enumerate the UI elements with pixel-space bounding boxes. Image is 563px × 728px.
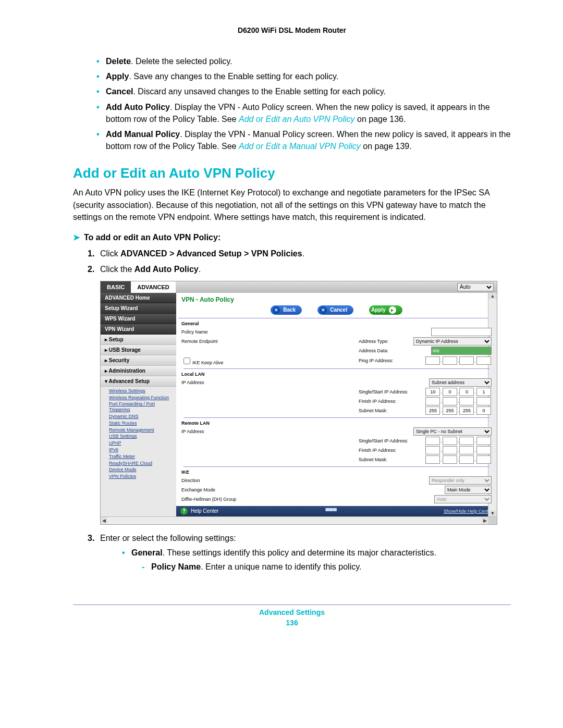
toggle-help-link[interactable]: Show/Hide Help Center (444, 509, 493, 514)
arrow-icon: ➤ (73, 233, 80, 242)
ip-octet[interactable] (459, 437, 474, 445)
sidebar-link[interactable]: IPv6 (109, 447, 176, 453)
ike-keepalive-checkbox[interactable] (183, 357, 190, 364)
sidebar-link[interactable]: Dynamic DNS (109, 413, 176, 420)
sidebar-item[interactable]: ADVANCED Home (101, 293, 176, 303)
ip-octet[interactable] (476, 455, 491, 464)
grip-icon[interactable]: ▀▀▀ (218, 508, 444, 514)
sidebar-item[interactable]: WPS Wizard (101, 314, 176, 324)
list-item: Cancel. Discard any unsaved changes to t… (96, 85, 511, 97)
ip-octet[interactable] (476, 446, 491, 454)
ip-octet[interactable] (425, 356, 440, 365)
direction-select[interactable]: Responder only (429, 476, 492, 485)
section-general: General (181, 319, 492, 327)
ip-octet[interactable] (425, 397, 440, 405)
list-item: Apply. Save any changes to the Enable se… (96, 70, 511, 82)
policy-name-input[interactable] (431, 328, 492, 336)
section-paragraph: An Auto VPN policy uses the IKE (Interne… (73, 187, 511, 223)
ip-octet[interactable] (425, 388, 440, 396)
sub-bullet: General. These settings identify this po… (122, 547, 511, 573)
sidebar-section[interactable]: ▸ USB Storage (101, 345, 176, 355)
tab-basic[interactable]: BASIC (101, 281, 131, 293)
ip-octet[interactable] (425, 406, 440, 415)
sidebar-link[interactable]: Static Routes (109, 420, 176, 427)
sidebar-link[interactable]: USB Settings (109, 433, 176, 440)
step-3: 3.Enter or select the following settings… (88, 532, 511, 573)
step-2: 2.Click the Add Auto Policy. (88, 263, 511, 276)
ip-octet[interactable] (459, 388, 474, 396)
ip-octet[interactable] (443, 446, 457, 454)
list-item: Delete. Delete the selected policy. (96, 55, 511, 67)
horizontal-scrollbar[interactable]: ◀ ▶ (101, 516, 497, 524)
ip-octet[interactable] (443, 388, 457, 396)
scroll-right-icon[interactable]: ▶ (482, 518, 488, 523)
ip-octet[interactable] (459, 455, 474, 464)
ip-octet[interactable] (459, 446, 474, 454)
label-policy-name: Policy Name (181, 329, 265, 335)
list-item: Add Manual Policy. Display the VPN - Man… (96, 128, 511, 152)
help-center-label[interactable]: Help Center (191, 508, 218, 514)
sidebar-section[interactable]: ▸ Security (101, 355, 176, 366)
ip-octet[interactable] (476, 397, 491, 405)
doc-header: D6200 WiFi DSL Modem Router (73, 26, 511, 34)
ip-octet[interactable] (443, 356, 457, 365)
label-address-data: Address Data: (265, 348, 431, 353)
auto-select[interactable]: Auto (457, 283, 494, 291)
scroll-up-icon[interactable]: ▲ (491, 293, 495, 299)
sidebar-link[interactable]: Port Forwarding / Port Triggering (109, 401, 176, 413)
sidebar-section[interactable]: ▸ Setup (101, 335, 176, 345)
sidebar-link[interactable]: UPnP (109, 440, 176, 447)
page-footer: Advanced Settings 136 (73, 608, 511, 627)
dh-group-select[interactable]: Auto (434, 495, 492, 503)
xref-link[interactable]: Add or Edit a Manual VPN Policy (239, 142, 361, 151)
tab-advanced[interactable]: ADVANCED (131, 281, 176, 293)
sidebar-link[interactable]: Device Mode (109, 466, 176, 473)
sidebar-link[interactable]: Wireless Settings (109, 388, 176, 394)
ip-octet[interactable] (459, 397, 474, 405)
exchange-mode-select[interactable]: Main Mode (445, 486, 492, 494)
local-lan-mode-select[interactable]: Subnet address (429, 378, 492, 387)
sidebar-link[interactable]: VPN Policies (109, 473, 176, 480)
sidebar-section[interactable]: ▾ Advanced Setup (101, 376, 176, 387)
sidebar-link[interactable]: Traffic Meter (109, 453, 176, 460)
ip-octet[interactable] (425, 437, 440, 445)
ip-octet[interactable] (476, 437, 491, 445)
help-icon[interactable]: ? (180, 508, 188, 515)
ip-octet[interactable] (443, 455, 457, 464)
address-data-input[interactable] (431, 347, 492, 355)
ip-octet[interactable] (443, 437, 457, 445)
ip-octet[interactable] (476, 406, 491, 415)
ip-octet[interactable] (476, 388, 491, 396)
label-local-subnet: Subnet Mask: (265, 408, 425, 413)
dash-item: Policy Name. Enter a unique name to iden… (142, 561, 511, 573)
sidebar-link[interactable]: Wireless Repeating Function (109, 394, 176, 401)
intro-bullet-list: Delete. Delete the selected policy. Appl… (96, 55, 511, 152)
sidebar-item[interactable]: Setup Wizard (101, 303, 176, 314)
sidebar-section[interactable]: ▸ Administration (101, 366, 176, 376)
xref-link[interactable]: Add or Edit an Auto VPN Policy (239, 115, 355, 124)
ip-octet[interactable] (459, 406, 474, 415)
label-ike-keepalive: IKE Keep Alive (192, 360, 224, 365)
ip-octet[interactable] (459, 356, 474, 365)
step-list: 1.Click ADVANCED > Advanced Setup > VPN … (88, 248, 511, 276)
section-remote-lan: Remote LAN (181, 419, 492, 427)
label-direction: Direction (181, 478, 265, 483)
ip-octet[interactable] (476, 356, 491, 365)
sidebar-item[interactable]: VPN Wizard (101, 324, 176, 335)
apply-button[interactable]: Apply▸ (369, 305, 402, 315)
sidebar-link[interactable]: Remote Management (109, 427, 176, 434)
scroll-left-icon[interactable]: ◀ (101, 518, 107, 523)
label-dh-group: Diffie-Hellman (DH) Group (181, 497, 286, 502)
cancel-button[interactable]: ✕Cancel (317, 305, 353, 315)
ip-octet[interactable] (443, 406, 457, 415)
remote-lan-mode-select[interactable]: Single PC - no Subnet (413, 427, 492, 436)
scroll-down-icon[interactable]: ▼ (491, 510, 495, 516)
label-remote-ip: IP Address (181, 429, 265, 434)
back-button[interactable]: ✕Back (271, 305, 302, 315)
sidebar-link[interactable]: ReadySHARE Cloud (109, 460, 176, 467)
address-type-select[interactable]: Dynamic IP Address (413, 337, 492, 346)
ip-octet[interactable] (425, 455, 440, 464)
ip-octet[interactable] (443, 397, 457, 405)
label-local-single-start: Single/Start IP Address: (265, 389, 425, 394)
ip-octet[interactable] (425, 446, 440, 454)
